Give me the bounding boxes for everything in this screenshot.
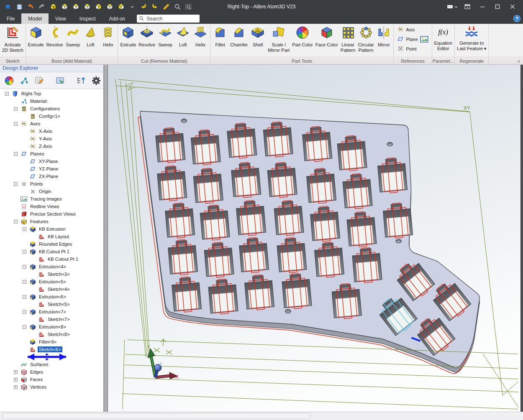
viewport-3d[interactable]: XY Y Z X <box>108 65 520 412</box>
chevron-down-icon[interactable] <box>128 2 137 11</box>
close-button[interactable] <box>506 2 519 12</box>
expand-expander[interactable]: + <box>14 378 18 382</box>
tree-item-features[interactable]: −Features <box>0 218 103 225</box>
tree-item-sketch-4-[interactable]: Sketch<4> <box>0 285 103 293</box>
ribbon-button-sweep[interactable]: Sweep <box>64 25 82 48</box>
collapse-expander[interactable]: − <box>14 107 18 111</box>
tree-item-yz-plane[interactable]: YZ-Plane <box>0 165 103 173</box>
collapse-expander[interactable]: − <box>23 280 26 284</box>
measure-icon[interactable] <box>162 2 171 11</box>
plane-from-image-icon[interactable] <box>420 36 428 43</box>
ribbon-button-mirror[interactable]: Mirror <box>375 25 392 48</box>
ribbon-button-helix[interactable]: Helix <box>192 25 209 48</box>
ribbon-button-loft[interactable]: Loft <box>174 25 192 48</box>
tree-item-configurations[interactable]: −Configurations <box>0 105 103 112</box>
constraints-icon[interactable] <box>20 76 29 85</box>
ribbon-button-sweep[interactable]: Sweep <box>156 25 174 48</box>
collapse-expander[interactable]: − <box>14 122 18 126</box>
ribbon-button-fillet[interactable]: Fillet <box>211 25 229 48</box>
ribbon-button-scale-[interactable]: Scale / Mirror Part <box>267 25 291 53</box>
minimize-button[interactable] <box>476 2 489 12</box>
redo-icon[interactable] <box>37 2 46 11</box>
tree-item-faces[interactable]: +Faces <box>0 376 103 383</box>
color-wheel-icon[interactable] <box>4 76 14 86</box>
save-icon[interactable] <box>15 2 24 11</box>
tree-item-redline-views[interactable]: Redline Views <box>0 203 103 210</box>
tree-item-planes[interactable]: −Planes <box>0 150 103 158</box>
tree-item-origin[interactable]: Origin <box>0 188 103 195</box>
collapse-expander[interactable]: − <box>23 325 26 329</box>
display-dropdown-button[interactable] <box>446 2 459 12</box>
tree-item-xy-plane[interactable]: XY-Plane <box>0 158 103 165</box>
tree-item-material-[interactable]: Material: <box>0 97 103 105</box>
tree-item-kb-cutout-pt-1[interactable]: KB Cutout Pt 1 <box>0 255 103 263</box>
view-cube-3-icon[interactable] <box>71 2 80 11</box>
collapse-expander[interactable]: − <box>23 295 26 299</box>
tree-item-sketch-7-[interactable]: Sketch<7> <box>0 316 103 323</box>
ribbon-button-loft[interactable]: Loft <box>82 25 99 48</box>
tree-item-kb-layout[interactable]: KB Layout <box>0 233 103 240</box>
tree-item-x-axis[interactable]: X-Axis <box>0 127 103 135</box>
tree-item-fillet-9-[interactable]: Fillet<9> <box>0 338 103 346</box>
ribbon-button-point[interactable]: Point <box>397 45 416 53</box>
tree-item-sketch-5-[interactable]: Sketch<5> <box>0 300 103 308</box>
ribbon-button-revolve[interactable]: Revolve <box>137 25 156 48</box>
ribbon-button-face-color[interactable]: Face Color <box>314 25 339 48</box>
menu-tab-model[interactable]: Model <box>21 13 49 24</box>
view-cube-1-icon[interactable] <box>49 2 58 11</box>
edit-list-icon[interactable] <box>34 76 44 86</box>
view-cube-2-icon[interactable] <box>60 2 69 11</box>
tree-item-surfaces[interactable]: Surfaces <box>0 361 103 368</box>
tree-item-points[interactable]: −Points <box>0 180 103 188</box>
undo-icon[interactable] <box>26 2 35 11</box>
viewport-canvas[interactable]: XY Y Z X <box>108 65 520 412</box>
panel-splitter[interactable] <box>104 65 108 412</box>
tree-order-icon[interactable] <box>76 76 86 86</box>
ribbon-button-plane[interactable]: Plane <box>397 35 428 43</box>
ribbon-button-generate-to[interactable]: Generate to Last Feature ▾ <box>456 25 487 51</box>
ribbon-button-circular[interactable]: Circular Pattern <box>357 25 375 53</box>
help-button[interactable]: ? <box>513 15 520 22</box>
view-cube-4-icon[interactable] <box>82 2 92 11</box>
menu-tab-view[interactable]: View <box>49 13 73 24</box>
collapse-expander[interactable]: − <box>14 220 18 224</box>
app-logo-icon[interactable] <box>3 2 13 11</box>
search-input[interactable] <box>146 15 192 22</box>
tree-item-y-axis[interactable]: Y-Axis <box>0 135 103 143</box>
collapse-expander[interactable]: − <box>23 310 26 314</box>
tree-item-config-1-[interactable]: Config<1> <box>0 112 103 120</box>
tree-item-kb-cutout-pt-1[interactable]: −KB Cutout Pt 1 <box>0 248 103 255</box>
collapse-expander[interactable]: − <box>23 250 26 254</box>
tree-item-edges[interactable]: +Edges <box>0 368 103 376</box>
ribbon-button-chamfer[interactable]: Chamfer <box>229 25 249 48</box>
tree-item-extrusion-5-[interactable]: −Extrusion<5> <box>0 278 103 285</box>
tree-item-z-axis[interactable]: Z-Axis <box>0 143 103 150</box>
tree-item-kb-extrusion[interactable]: −KB Extrusion <box>0 225 103 233</box>
tree-item-zx-plane[interactable]: ZX-Plane <box>0 173 103 180</box>
menu-tab-inspect[interactable]: Inspect <box>73 13 103 24</box>
tree-item-sketch-3-[interactable]: Sketch<3> <box>0 270 103 278</box>
screw-hole[interactable] <box>396 239 402 243</box>
rollback-bar[interactable] <box>0 353 103 361</box>
expand-expander[interactable]: + <box>14 370 18 374</box>
ribbon-button-part-color[interactable]: Part Color <box>291 25 314 48</box>
tree-item-extrusion-7-[interactable]: −Extrusion<7> <box>0 308 103 316</box>
ribbon-button-extrude[interactable]: Extrude <box>27 25 45 48</box>
reorient-left-icon[interactable] <box>139 2 148 11</box>
ribbon-button-shell[interactable]: Shell <box>249 25 267 48</box>
tree-item-sketch-6-[interactable]: Sketch<6> <box>0 346 103 353</box>
zoom-icon[interactable] <box>173 2 182 11</box>
ribbon-button-axis[interactable]: Axis <box>397 25 415 34</box>
tree-item-extrusion-6-[interactable]: −Extrusion<6> <box>0 293 103 300</box>
zoom-window-icon[interactable] <box>184 2 193 11</box>
screw-hole[interactable] <box>387 142 393 146</box>
menu-tab-file[interactable]: File <box>0 13 21 24</box>
ribbon-button-linear[interactable]: Linear Pattern <box>339 25 357 53</box>
ribbon-button-extrude[interactable]: Extrude <box>119 25 137 48</box>
tree-item-vertices[interactable]: +Vertices <box>0 383 103 391</box>
collapse-expander[interactable]: − <box>23 227 26 231</box>
view-cube-6-icon[interactable] <box>105 2 114 11</box>
ribbon-collapse-chevron-icon[interactable]: ∧ <box>517 59 520 64</box>
view-cube-7-icon[interactable] <box>116 2 126 11</box>
tree-item-sketch-8-[interactable]: Sketch<8> <box>0 331 103 338</box>
